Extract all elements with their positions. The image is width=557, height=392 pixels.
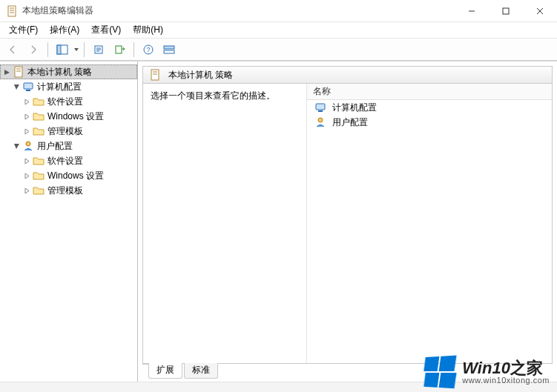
minimize-button[interactable] xyxy=(455,0,489,21)
close-button[interactable] xyxy=(523,0,557,21)
tree-node-label: 计算机配置 xyxy=(37,81,82,93)
content-body: 选择一个项目来查看它的描述。 名称 计算机配置 用户配置 xyxy=(142,84,553,364)
list-item[interactable]: 计算机配置 xyxy=(307,100,552,115)
tab-strip: 扩展 标准 xyxy=(142,364,553,380)
content-header-title: 本地计算机 策略 xyxy=(168,69,233,82)
maximize-button[interactable] xyxy=(489,0,523,21)
content-pane: 本地计算机 策略 选择一个项目来查看它的描述。 名称 计算机配置 用户配置 xyxy=(138,62,557,382)
svg-rect-5 xyxy=(503,8,509,14)
toolbar-separator xyxy=(134,42,134,57)
description-text: 选择一个项目来查看它的描述。 xyxy=(151,90,275,101)
tree-pane[interactable]: 本地计算机 策略 计算机配置 软件设置 xyxy=(0,62,138,382)
app-icon xyxy=(6,5,18,17)
tree-node-label: 本地计算机 策略 xyxy=(27,66,92,79)
svg-rect-0 xyxy=(8,6,16,16)
list-item[interactable]: 用户配置 xyxy=(307,115,552,130)
svg-rect-23 xyxy=(26,90,30,91)
tree-windows-settings[interactable]: Windows 设置 xyxy=(0,168,137,183)
tree-node-label: 软件设置 xyxy=(47,96,83,108)
svg-rect-17 xyxy=(164,46,174,49)
svg-rect-22 xyxy=(24,83,33,89)
expand-icon[interactable] xyxy=(22,112,31,121)
svg-rect-9 xyxy=(57,45,61,54)
svg-point-30 xyxy=(318,118,323,122)
toolbar: ? xyxy=(0,39,557,61)
folder-icon xyxy=(33,110,45,122)
menu-view[interactable]: 查看(V) xyxy=(85,22,127,38)
tree-windows-settings[interactable]: Windows 设置 xyxy=(0,109,137,124)
expand-icon[interactable] xyxy=(22,156,31,165)
svg-rect-25 xyxy=(151,70,159,80)
policy-document-icon xyxy=(13,66,24,78)
user-icon xyxy=(314,116,326,128)
svg-point-24 xyxy=(26,142,30,146)
status-bar xyxy=(0,382,557,392)
window-title: 本地组策略编辑器 xyxy=(22,4,455,17)
tab-label: 扩展 xyxy=(156,365,174,375)
list-item-label: 计算机配置 xyxy=(332,102,377,114)
export-list-button[interactable] xyxy=(110,41,129,59)
tree-node-label: 用户配置 xyxy=(37,140,73,153)
menu-file[interactable]: 文件(F) xyxy=(3,22,44,38)
policy-document-icon xyxy=(149,69,161,81)
column-header-label: 名称 xyxy=(313,85,331,98)
show-hide-tree-button[interactable] xyxy=(53,41,72,59)
tree-node-label: Windows 设置 xyxy=(47,110,104,123)
description-column: 选择一个项目来查看它的描述。 xyxy=(143,84,306,363)
menu-action[interactable]: 操作(A) xyxy=(44,22,85,38)
help-button[interactable]: ? xyxy=(139,41,158,59)
nav-back-button[interactable] xyxy=(3,41,22,59)
svg-rect-29 xyxy=(318,110,323,112)
list-item-label: 用户配置 xyxy=(332,116,368,129)
tree-admin-templates[interactable]: 管理模板 xyxy=(0,124,137,139)
properties-button[interactable] xyxy=(89,41,108,59)
computer-icon xyxy=(22,81,34,93)
toolbar-dropdown-icon[interactable] xyxy=(73,48,79,51)
expand-icon[interactable] xyxy=(22,127,31,136)
collapse-icon[interactable] xyxy=(12,142,21,150)
svg-rect-19 xyxy=(15,67,22,77)
svg-rect-14 xyxy=(116,46,122,53)
main-area: 本地计算机 策略 计算机配置 软件设置 xyxy=(0,61,557,382)
tree-node-label: Windows 设置 xyxy=(47,170,104,182)
tree-root-node[interactable]: 本地计算机 策略 xyxy=(0,64,137,79)
collapse-icon[interactable] xyxy=(12,82,21,91)
computer-icon xyxy=(314,102,326,113)
tree-software-settings[interactable]: 软件设置 xyxy=(0,94,137,109)
tree-software-settings[interactable]: 软件设置 xyxy=(0,153,137,168)
tab-standard[interactable]: 标准 xyxy=(184,363,218,379)
folder-icon xyxy=(33,96,45,107)
toolbar-separator xyxy=(47,42,48,57)
expand-icon[interactable] xyxy=(2,67,11,76)
nav-forward-button[interactable] xyxy=(24,41,43,59)
expand-icon[interactable] xyxy=(22,171,31,180)
expand-icon[interactable] xyxy=(22,186,31,195)
tree-computer-config[interactable]: 计算机配置 xyxy=(0,79,137,94)
window-titlebar: 本地组策略编辑器 xyxy=(0,0,557,22)
folder-icon xyxy=(33,155,45,167)
user-icon xyxy=(22,140,34,152)
tab-label: 标准 xyxy=(192,365,210,375)
list-column: 名称 计算机配置 用户配置 xyxy=(306,84,552,363)
folder-icon xyxy=(33,185,45,196)
tree-user-config[interactable]: 用户配置 xyxy=(0,139,137,153)
folder-icon xyxy=(33,125,45,137)
tree-admin-templates[interactable]: 管理模板 xyxy=(0,183,137,198)
expand-icon[interactable] xyxy=(22,97,31,106)
tree-node-label: 管理模板 xyxy=(47,185,83,197)
svg-rect-28 xyxy=(316,104,325,110)
svg-rect-18 xyxy=(164,50,174,53)
content-header: 本地计算机 策略 xyxy=(142,66,553,84)
svg-text:?: ? xyxy=(146,46,150,53)
menu-help[interactable]: 帮助(H) xyxy=(127,22,169,38)
filter-button[interactable] xyxy=(159,41,179,59)
tab-extended[interactable]: 扩展 xyxy=(148,363,182,379)
toolbar-separator xyxy=(84,42,85,57)
tree-node-label: 软件设置 xyxy=(47,155,83,167)
menu-bar: 文件(F) 操作(A) 查看(V) 帮助(H) xyxy=(0,22,557,39)
tree-node-label: 管理模板 xyxy=(47,125,83,138)
folder-icon xyxy=(33,170,45,182)
column-header-name[interactable]: 名称 xyxy=(307,84,552,100)
